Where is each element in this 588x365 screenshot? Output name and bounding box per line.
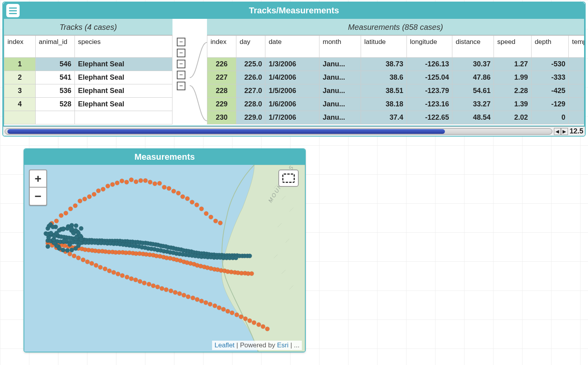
scrollbar-thumb[interactable] bbox=[7, 129, 445, 134]
track-point[interactable] bbox=[173, 290, 177, 294]
track-point[interactable] bbox=[181, 195, 185, 199]
track-point[interactable] bbox=[59, 214, 63, 218]
track-point[interactable] bbox=[106, 184, 110, 188]
table-row[interactable]: 228227.01/5/2006Janu...38.51-123.7954.61… bbox=[207, 84, 584, 98]
track-point[interactable] bbox=[248, 254, 252, 258]
table-row[interactable]: 1546Elephant Seal bbox=[4, 58, 172, 71]
track-point[interactable] bbox=[45, 245, 50, 249]
collapse-toggle[interactable]: − bbox=[177, 49, 185, 57]
track-point[interactable] bbox=[178, 292, 182, 296]
col-animal-id[interactable]: animal_id bbox=[36, 36, 75, 58]
zoom-out-button[interactable]: − bbox=[30, 188, 46, 205]
track-point[interactable] bbox=[195, 203, 199, 207]
track-point[interactable] bbox=[185, 197, 190, 201]
track-point[interactable] bbox=[68, 207, 73, 211]
track-point[interactable] bbox=[200, 299, 204, 303]
track-point[interactable] bbox=[103, 267, 107, 271]
track-point[interactable] bbox=[54, 219, 58, 223]
track-point[interactable] bbox=[87, 195, 91, 199]
esri-link[interactable]: Esri bbox=[277, 341, 289, 349]
track-point[interactable] bbox=[190, 200, 194, 204]
col-species[interactable]: species bbox=[75, 36, 172, 58]
track-point[interactable] bbox=[167, 186, 171, 190]
track-point[interactable] bbox=[129, 276, 133, 281]
track-point[interactable] bbox=[191, 296, 195, 300]
track-point[interactable] bbox=[79, 237, 83, 242]
track-point[interactable] bbox=[148, 180, 152, 184]
horizontal-scrollbar[interactable]: ◀ ▶ 12.5 bbox=[3, 126, 585, 136]
track-point[interactable] bbox=[151, 283, 155, 288]
track-point[interactable] bbox=[226, 309, 230, 313]
track-point[interactable] bbox=[195, 297, 199, 302]
table-row[interactable]: 230229.01/7/2006Janu...37.4-122.6548.542… bbox=[207, 111, 584, 124]
collapse-toggle[interactable]: − bbox=[177, 82, 185, 90]
track-point[interactable] bbox=[217, 305, 221, 310]
col-date[interactable]: date bbox=[265, 36, 319, 58]
track-point[interactable] bbox=[147, 282, 151, 287]
track-point[interactable] bbox=[65, 226, 70, 231]
table-row[interactable] bbox=[4, 111, 172, 124]
track-point[interactable] bbox=[92, 192, 96, 197]
track-point[interactable] bbox=[171, 189, 176, 193]
track-point[interactable] bbox=[156, 285, 160, 289]
track-point[interactable] bbox=[79, 226, 83, 231]
table-row[interactable]: 2541Elephant Seal bbox=[4, 71, 172, 84]
track-point[interactable] bbox=[221, 307, 226, 312]
track-point[interactable] bbox=[261, 325, 265, 329]
col-latitude[interactable]: latitude bbox=[361, 36, 407, 58]
track-point[interactable] bbox=[176, 191, 180, 195]
col-distance[interactable]: distance bbox=[452, 36, 494, 58]
col-index[interactable]: index bbox=[207, 36, 236, 58]
track-point[interactable] bbox=[61, 227, 65, 231]
track-point[interactable] bbox=[134, 278, 138, 282]
tracks-table[interactable]: index animal_id species 1546Elephant Sea… bbox=[4, 35, 172, 124]
track-point[interactable] bbox=[138, 279, 142, 284]
track-point[interactable] bbox=[162, 185, 166, 190]
track-point[interactable] bbox=[81, 257, 85, 262]
col-depth[interactable]: depth bbox=[531, 36, 568, 58]
track-point[interactable] bbox=[101, 187, 105, 191]
track-point[interactable] bbox=[157, 181, 162, 186]
track-point[interactable] bbox=[208, 302, 212, 307]
collapse-toggle[interactable]: − bbox=[177, 38, 185, 46]
table-row[interactable]: 227226.01/4/2006Janu...38.6-125.0447.861… bbox=[207, 71, 584, 84]
track-point[interactable] bbox=[76, 256, 81, 260]
track-point[interactable] bbox=[116, 272, 120, 276]
menu-icon[interactable] bbox=[6, 4, 20, 17]
track-point[interactable] bbox=[186, 294, 191, 299]
track-point[interactable] bbox=[182, 293, 186, 297]
track-point[interactable] bbox=[129, 177, 134, 182]
track-point[interactable] bbox=[138, 178, 143, 182]
track-point[interactable] bbox=[252, 321, 256, 325]
zoom-in-button[interactable]: + bbox=[30, 170, 46, 188]
track-point[interactable] bbox=[73, 246, 78, 250]
collapse-toggle[interactable]: − bbox=[177, 71, 185, 79]
track-point[interactable] bbox=[72, 254, 76, 258]
track-point[interactable] bbox=[51, 225, 55, 229]
track-point[interactable] bbox=[90, 261, 94, 266]
table-row[interactable]: 226225.01/3/2006Janu...38.73-126.1330.37… bbox=[207, 58, 584, 71]
track-point[interactable] bbox=[94, 263, 98, 268]
track-point[interactable] bbox=[73, 204, 77, 208]
track-point[interactable] bbox=[256, 323, 261, 327]
track-point[interactable] bbox=[164, 288, 169, 292]
track-point[interactable] bbox=[112, 270, 116, 274]
track-point[interactable] bbox=[239, 314, 243, 319]
col-temperature[interactable]: temperature bbox=[569, 36, 584, 58]
track-point[interactable] bbox=[96, 188, 101, 193]
scroll-left-button[interactable]: ◀ bbox=[554, 128, 561, 135]
track-point[interactable] bbox=[115, 181, 120, 185]
track-point[interactable] bbox=[265, 327, 270, 331]
track-point[interactable] bbox=[209, 215, 213, 219]
track-point[interactable] bbox=[214, 219, 218, 223]
track-point[interactable] bbox=[200, 206, 204, 211]
measurements-table[interactable]: indexdaydatemonthlatitudelongitudedistan… bbox=[207, 35, 584, 124]
track-point[interactable] bbox=[243, 316, 248, 321]
track-point[interactable] bbox=[212, 304, 217, 308]
track-point[interactable] bbox=[250, 272, 254, 276]
track-point[interactable] bbox=[67, 243, 72, 247]
col-speed[interactable]: speed bbox=[494, 36, 531, 58]
track-point[interactable] bbox=[204, 301, 208, 305]
track-point[interactable] bbox=[62, 239, 66, 243]
select-box-button[interactable] bbox=[278, 170, 299, 187]
